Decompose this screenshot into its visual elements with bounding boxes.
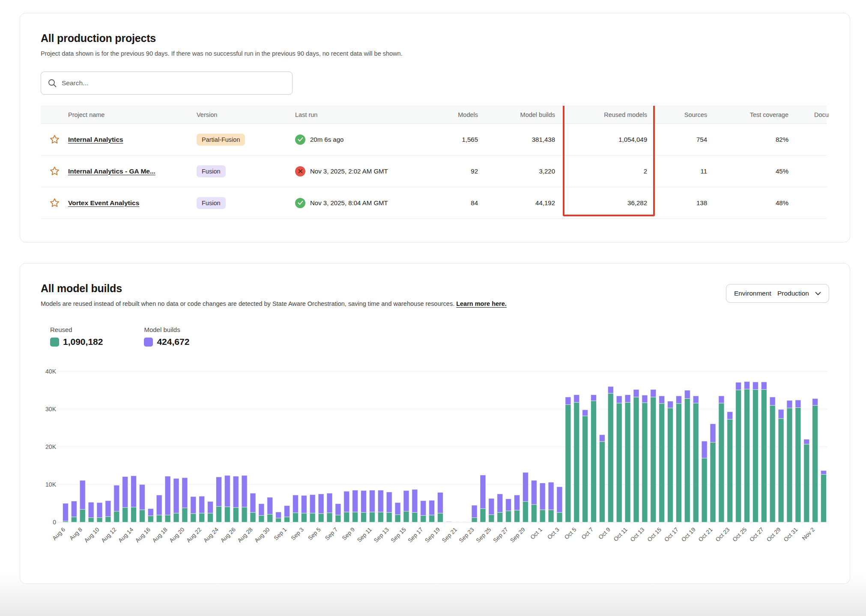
table-row: Internal Analytics - GA Me... Fusion Nov… xyxy=(41,155,827,187)
search-icon xyxy=(48,78,57,88)
bar-builds-segment xyxy=(684,390,690,398)
bar-builds-segment xyxy=(88,502,94,517)
svg-text:Sep 17: Sep 17 xyxy=(407,526,424,544)
bar-reused-segment xyxy=(97,517,102,522)
bar-reused-segment xyxy=(310,513,315,522)
svg-text:Aug 28: Aug 28 xyxy=(236,526,254,544)
sources-value: 11 xyxy=(655,167,715,175)
bar-builds-segment xyxy=(787,401,792,408)
bar-reused-segment xyxy=(412,512,418,522)
bar-builds-segment xyxy=(71,501,77,517)
favorite-star-icon[interactable] xyxy=(49,197,60,208)
project-search xyxy=(41,72,293,95)
search-input[interactable] xyxy=(41,72,293,95)
bar-reused-segment xyxy=(702,458,707,522)
bar-reused-segment xyxy=(182,508,188,522)
run-success-icon xyxy=(295,198,305,208)
bar-reused-segment xyxy=(676,404,681,522)
bar-builds-segment xyxy=(105,501,111,517)
bar-builds-segment xyxy=(156,495,162,515)
bar-reused-segment xyxy=(208,513,213,522)
svg-text:Aug 26: Aug 26 xyxy=(219,526,237,544)
projects-card-title: All production projects xyxy=(41,32,829,45)
bar-reused-segment xyxy=(633,397,639,522)
svg-text:Oct 7: Oct 7 xyxy=(580,526,594,541)
bar-builds-segment xyxy=(199,496,205,513)
bar-builds-segment xyxy=(378,490,383,512)
favorite-star-icon[interactable] xyxy=(49,134,60,145)
bar-builds-segment xyxy=(139,484,145,510)
svg-text:Aug 6: Aug 6 xyxy=(51,526,67,542)
bar-reused-segment xyxy=(497,512,503,522)
svg-text:Oct 31: Oct 31 xyxy=(782,526,799,543)
legend-item-model-builds: Model builds 424,672 xyxy=(144,326,189,347)
bar-builds-segment xyxy=(250,493,256,512)
col-last-run[interactable]: Last run xyxy=(295,111,443,118)
project-name-link[interactable]: Vortex Event Analytics xyxy=(68,199,139,206)
bar-reused-segment xyxy=(438,513,443,522)
svg-text:Oct 13: Oct 13 xyxy=(629,526,646,543)
svg-text:Aug 14: Aug 14 xyxy=(117,526,134,544)
bar-reused-segment xyxy=(727,419,733,522)
col-project-name[interactable]: Project name xyxy=(68,111,197,118)
bar-builds-segment xyxy=(131,476,137,507)
chart-svg: 010K20K30K40KAug 6Aug 8Aug 10Aug 12Aug 1… xyxy=(41,360,830,565)
bar-reused-segment xyxy=(327,513,332,522)
bar-reused-segment xyxy=(599,442,605,522)
svg-text:Oct 9: Oct 9 xyxy=(597,526,612,541)
bar-builds-segment xyxy=(531,480,537,504)
bar-reused-segment xyxy=(114,511,119,522)
bar-reused-segment xyxy=(684,398,690,522)
bar-builds-segment xyxy=(386,492,392,513)
bar-reused-segment xyxy=(335,515,341,522)
bar-reused-segment xyxy=(480,508,486,522)
bar-reused-segment xyxy=(821,474,827,522)
projects-table: Project name Version Last run Models Mod… xyxy=(41,106,829,219)
svg-text:Sep 21: Sep 21 xyxy=(441,526,458,544)
bar-builds-segment xyxy=(301,496,307,513)
reused-models-value: 2 xyxy=(563,167,655,175)
project-name-link[interactable]: Internal Analytics xyxy=(68,136,123,143)
bar-reused-segment xyxy=(804,444,809,522)
svg-text:Oct 21: Oct 21 xyxy=(697,526,714,543)
svg-text:Oct 29: Oct 29 xyxy=(765,526,782,543)
bar-builds-segment xyxy=(565,397,571,405)
bar-builds-segment xyxy=(702,441,707,458)
col-version[interactable]: Version xyxy=(197,111,295,118)
bar-builds-segment xyxy=(489,499,494,515)
model-builds-value: 3,220 xyxy=(486,167,563,175)
bar-builds-segment xyxy=(710,424,716,442)
bar-reused-segment xyxy=(318,514,324,522)
col-test-coverage[interactable]: Test coverage xyxy=(715,111,796,118)
bar-reused-segment xyxy=(582,416,588,522)
bar-reused-segment xyxy=(429,515,435,522)
bar-reused-segment xyxy=(710,442,716,522)
favorite-star-icon[interactable] xyxy=(49,166,60,176)
col-sources[interactable]: Sources xyxy=(655,111,715,118)
col-reused-models[interactable]: Reused models xyxy=(563,111,655,118)
col-model-builds[interactable]: Model builds xyxy=(486,111,563,118)
legend-item-reused: Reused 1,090,182 xyxy=(50,326,103,347)
bar-builds-segment xyxy=(668,401,673,408)
svg-text:Sep 1: Sep 1 xyxy=(273,526,288,542)
bar-reused-segment xyxy=(693,403,699,522)
col-documentation[interactable]: Documentation xyxy=(796,111,829,118)
bar-builds-segment xyxy=(429,500,435,515)
models-value: 1,565 xyxy=(443,136,486,143)
svg-text:Oct 17: Oct 17 xyxy=(663,526,680,543)
environment-select[interactable]: Environment Production xyxy=(726,284,829,303)
bar-builds-segment xyxy=(582,410,588,416)
reused-models-value: 1,054,049 xyxy=(563,136,655,143)
svg-text:Aug 22: Aug 22 xyxy=(185,526,203,544)
project-name-link[interactable]: Internal Analytics - GA Me... xyxy=(68,167,155,175)
col-models[interactable]: Models xyxy=(443,111,486,118)
bar-builds-segment xyxy=(165,476,170,515)
svg-text:Sep 7: Sep 7 xyxy=(324,526,339,542)
bar-reused-segment xyxy=(199,513,205,522)
bar-builds-segment xyxy=(335,504,341,515)
learn-more-link[interactable]: Learn more here. xyxy=(456,300,507,307)
bar-builds-segment xyxy=(497,494,503,512)
bar-reused-segment xyxy=(472,517,477,522)
bar-builds-segment xyxy=(63,503,68,521)
bar-builds-segment xyxy=(369,490,375,512)
